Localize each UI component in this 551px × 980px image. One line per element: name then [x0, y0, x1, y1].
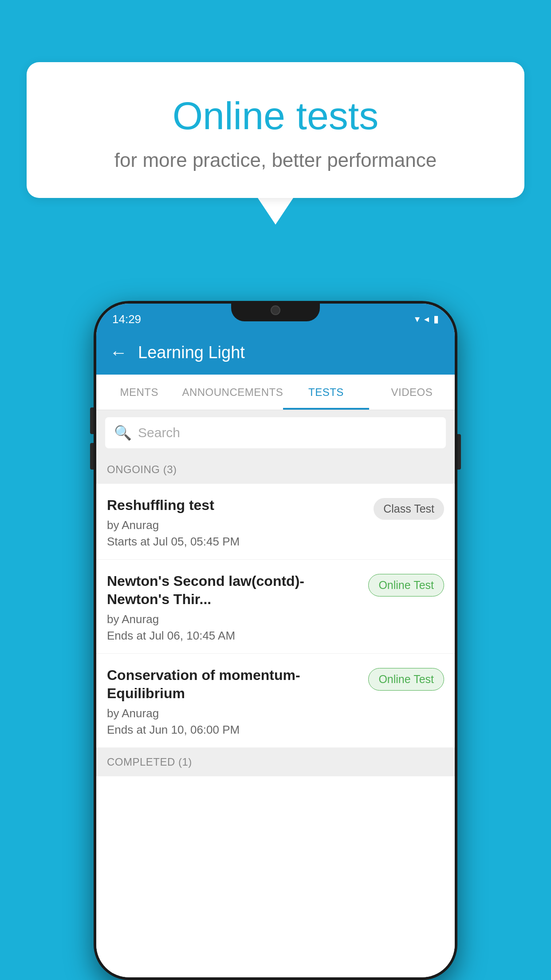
online-test-badge: Online Test — [368, 574, 444, 597]
test-time: Starts at Jul 05, 05:45 PM — [107, 535, 366, 549]
search-bar[interactable]: 🔍 Search — [105, 417, 446, 448]
front-camera — [271, 305, 280, 315]
test-item[interactable]: Newton's Second law(contd)-Newton's Thir… — [96, 560, 455, 654]
test-title: Conservation of momentum-Equilibrium — [107, 666, 361, 703]
tabs-bar: MENTS ANNOUNCEMENTS TESTS VIDEOS — [96, 375, 455, 410]
ongoing-section-header: ONGOING (3) — [96, 455, 455, 484]
phone-wrapper: 14:29 ▾ ◂ ▮ ← Learning Light MENTS ANNOU… — [94, 301, 457, 980]
content-area: ONGOING (3) Reshuffling test by Anurag S… — [96, 455, 455, 977]
wifi-icon: ▾ — [415, 313, 420, 325]
test-time: Ends at Jul 06, 10:45 AM — [107, 629, 361, 643]
app-bar: ← Learning Light — [96, 330, 455, 375]
tab-ments[interactable]: MENTS — [96, 375, 182, 410]
speech-bubble-tail — [258, 198, 293, 225]
test-info: Newton's Second law(contd)-Newton's Thir… — [107, 572, 361, 643]
status-time: 14:29 — [112, 312, 141, 326]
back-button[interactable]: ← — [110, 343, 127, 363]
tab-tests[interactable]: TESTS — [283, 375, 369, 410]
volume-down-button[interactable] — [90, 443, 94, 470]
test-author: by Anurag — [107, 707, 361, 720]
test-time: Ends at Jun 10, 06:00 PM — [107, 723, 361, 737]
test-author: by Anurag — [107, 612, 361, 626]
speech-bubble: Online tests for more practice, better p… — [27, 62, 524, 198]
test-item[interactable]: Conservation of momentum-Equilibrium by … — [96, 654, 455, 748]
power-button[interactable] — [457, 434, 461, 470]
volume-up-button[interactable] — [90, 407, 94, 434]
tab-videos[interactable]: VIDEOS — [369, 375, 455, 410]
test-title: Newton's Second law(contd)-Newton's Thir… — [107, 572, 361, 609]
search-icon: 🔍 — [114, 424, 132, 441]
test-author: by Anurag — [107, 518, 366, 532]
test-item[interactable]: Reshuffling test by Anurag Starts at Jul… — [96, 484, 455, 560]
test-info: Conservation of momentum-Equilibrium by … — [107, 666, 361, 737]
test-info: Reshuffling test by Anurag Starts at Jul… — [107, 496, 366, 549]
phone-frame: 14:29 ▾ ◂ ▮ ← Learning Light MENTS ANNOU… — [94, 301, 457, 980]
app-title: Learning Light — [138, 343, 245, 362]
phone-screen: 14:29 ▾ ◂ ▮ ← Learning Light MENTS ANNOU… — [96, 304, 455, 977]
battery-icon: ▮ — [433, 313, 439, 325]
signal-icon: ◂ — [424, 313, 429, 325]
class-test-badge: Class Test — [374, 498, 444, 520]
speech-bubble-container: Online tests for more practice, better p… — [27, 62, 524, 225]
speech-bubble-title: Online tests — [62, 93, 489, 138]
completed-section-header: COMPLETED (1) — [96, 748, 455, 776]
search-input[interactable]: Search — [138, 425, 180, 440]
tab-announcements[interactable]: ANNOUNCEMENTS — [182, 375, 283, 410]
online-test-badge-2: Online Test — [368, 668, 444, 691]
test-title: Reshuffling test — [107, 496, 366, 515]
speech-bubble-subtitle: for more practice, better performance — [62, 149, 489, 171]
search-container: 🔍 Search — [96, 410, 455, 455]
status-icons: ▾ ◂ ▮ — [415, 313, 439, 325]
phone-notch — [231, 301, 320, 321]
